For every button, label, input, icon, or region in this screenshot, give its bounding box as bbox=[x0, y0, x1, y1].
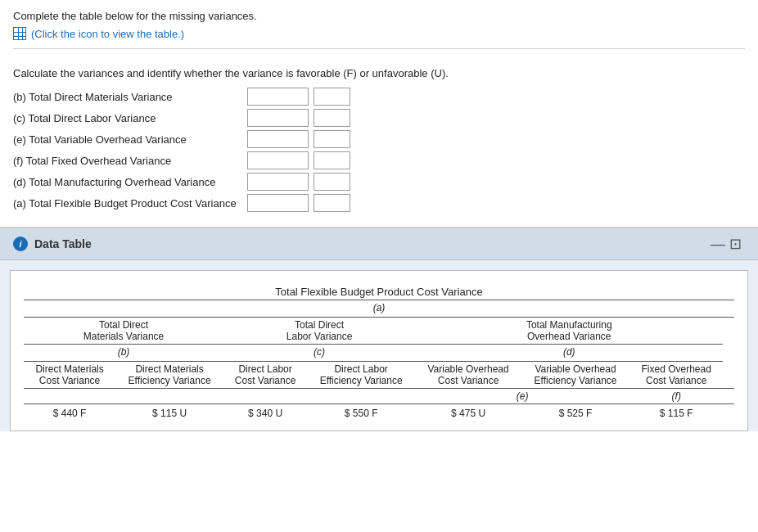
col-fixedoh-header: Fixed Overhead Cost Variance bbox=[629, 362, 723, 389]
dl-group-label2: Labor Variance bbox=[228, 331, 410, 342]
data-table-section: i Data Table — ⊡ Total Flexible Budget P… bbox=[0, 227, 758, 431]
variance-input-a-fu[interactable] bbox=[314, 194, 350, 212]
main-header-sub: (a) bbox=[24, 300, 734, 318]
fixedoh-sub: (f) bbox=[629, 389, 723, 404]
minimize-button[interactable]: — ⊡ bbox=[707, 237, 745, 251]
table-container: Total Flexible Budget Product Cost Varia… bbox=[10, 270, 748, 431]
variance-input-e-value[interactable] bbox=[247, 130, 309, 148]
variance-input-c-fu[interactable] bbox=[314, 109, 350, 127]
variance-input-c-value[interactable] bbox=[247, 109, 309, 127]
calc-title: Calculate the variances and identify whe… bbox=[13, 67, 745, 79]
variance-label-c: (c) Total Direct Labor Variance bbox=[13, 112, 242, 124]
col-varoh-eff-header: Variable Overhead Efficiency Variance bbox=[521, 362, 629, 389]
variance-label-b: (b) Total Direct Materials Variance bbox=[13, 91, 242, 103]
dl-group-header: Total Direct Labor Variance bbox=[223, 318, 415, 345]
icon-link-text: (Click the icon to view the table.) bbox=[31, 28, 184, 40]
data-table-title-row: i Data Table bbox=[13, 237, 92, 251]
data-table-label: Data Table bbox=[34, 237, 92, 250]
grid-icon bbox=[13, 27, 26, 40]
col-dm-cost-header: Direct Materials Cost Variance bbox=[24, 362, 115, 389]
info-icon: i bbox=[13, 237, 28, 251]
dl-cost-value: $ 340 U bbox=[223, 404, 307, 423]
col-varoh-cost-header: Variable Overhead Cost Variance bbox=[415, 362, 521, 389]
dm-group-header: Total Direct Materials Variance bbox=[24, 318, 223, 345]
col-dm-eff-header: Direct Materials Efficiency Variance bbox=[115, 362, 223, 389]
dl-group-sub: (c) bbox=[223, 345, 415, 362]
variance-label-a: (a) Total Flexible Budget Product Cost V… bbox=[13, 197, 242, 210]
col-dl-eff-header: Direct Labor Efficiency Variance bbox=[307, 362, 415, 389]
data-table-header: i Data Table — ⊡ bbox=[0, 228, 758, 260]
top-divider bbox=[13, 48, 745, 49]
variance-row-c: (c) Total Direct Labor Variance bbox=[13, 109, 745, 127]
variance-row-e: (e) Total Variable Overhead Variance bbox=[13, 130, 745, 148]
fixedoh-cost-value: $ 115 F bbox=[629, 404, 723, 423]
dm-group-label2: Materials Variance bbox=[29, 331, 219, 342]
variance-label-f: (f) Total Fixed Overhead Variance bbox=[13, 155, 242, 167]
variance-input-f-fu[interactable] bbox=[314, 151, 350, 169]
dl-group-label1: Total Direct bbox=[228, 319, 410, 331]
varoh-cost-value: $ 475 U bbox=[415, 404, 521, 423]
mfg-group-sub: (d) bbox=[415, 345, 723, 362]
mfg-group-label2: Overhead Variance bbox=[420, 331, 718, 342]
dm-cost-value: $ 440 F bbox=[24, 404, 115, 423]
variance-row-a: (a) Total Flexible Budget Product Cost V… bbox=[13, 194, 745, 212]
variance-table: Total Flexible Budget Product Cost Varia… bbox=[24, 284, 734, 422]
instruction-text: Complete the table below for the missing… bbox=[13, 10, 745, 22]
variance-row-d: (d) Total Manufacturing Overhead Varianc… bbox=[13, 173, 745, 191]
dl-eff-value: $ 550 F bbox=[307, 404, 415, 423]
variance-row-f: (f) Total Fixed Overhead Variance bbox=[13, 151, 745, 169]
variance-input-d-value[interactable] bbox=[247, 173, 309, 191]
varoh-sub: (e) bbox=[415, 389, 629, 404]
mfg-group-label1: Total Manufacturing bbox=[420, 319, 718, 331]
main-header: Total Flexible Budget Product Cost Varia… bbox=[24, 284, 734, 300]
variance-input-a-value[interactable] bbox=[247, 194, 309, 212]
variance-label-e: (e) Total Variable Overhead Variance bbox=[13, 133, 242, 146]
variance-label-d: (d) Total Manufacturing Overhead Varianc… bbox=[13, 176, 242, 188]
dm-eff-value: $ 115 U bbox=[115, 404, 223, 423]
variance-rows: (b) Total Direct Materials Variance (c) … bbox=[13, 88, 745, 212]
mfg-group-header: Total Manufacturing Overhead Variance bbox=[415, 318, 723, 345]
dm-group-sub: (b) bbox=[24, 345, 223, 362]
variance-input-b-fu[interactable] bbox=[314, 88, 350, 106]
variance-row-b: (b) Total Direct Materials Variance bbox=[13, 88, 745, 106]
variance-input-e-fu[interactable] bbox=[314, 130, 350, 148]
variance-input-f-value[interactable] bbox=[247, 151, 309, 169]
table-icon-link[interactable]: (Click the icon to view the table.) bbox=[13, 27, 745, 40]
variance-input-b-value[interactable] bbox=[247, 88, 309, 106]
variance-input-d-fu[interactable] bbox=[314, 173, 350, 191]
dm-group-label1: Total Direct bbox=[29, 319, 219, 331]
col-dl-cost-header: Direct Labor Cost Variance bbox=[223, 362, 307, 389]
varoh-eff-value: $ 525 F bbox=[521, 404, 629, 423]
